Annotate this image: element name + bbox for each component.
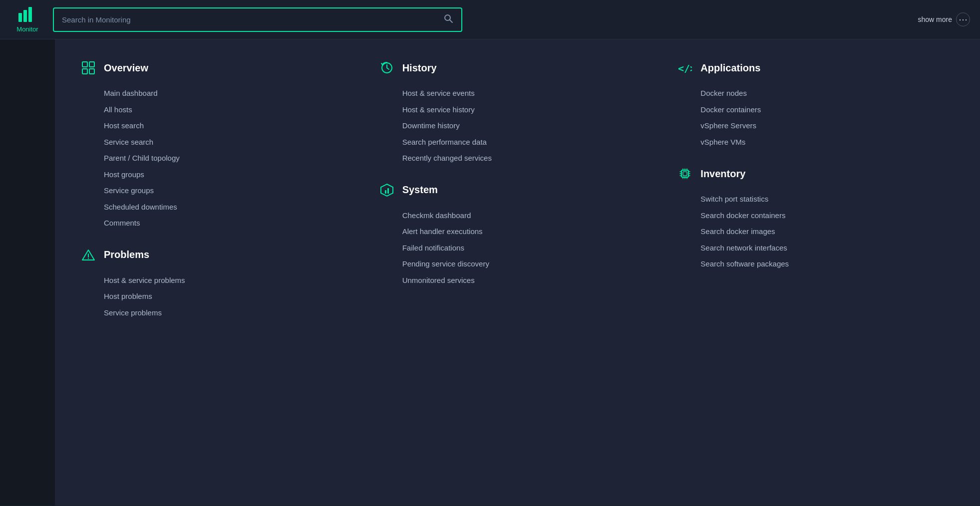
list-item[interactable]: Unmonitored services <box>378 272 657 289</box>
list-item[interactable]: Host & service problems <box>80 272 358 289</box>
list-item[interactable]: Host problems <box>80 288 358 305</box>
list-item[interactable]: Recently changed services <box>378 150 657 167</box>
inventory-links: Switch port statistics Search docker con… <box>676 191 955 272</box>
overview-icon <box>80 59 97 76</box>
svg-rect-16 <box>681 170 688 177</box>
list-item[interactable]: Search performance data <box>378 134 657 151</box>
history-header: History <box>378 59 657 76</box>
show-more-label: show more <box>918 15 952 23</box>
list-item[interactable]: Search network interfaces <box>676 240 955 256</box>
list-item[interactable]: Host groups <box>80 167 358 183</box>
problems-title: Problems <box>104 249 149 260</box>
search-icon-button[interactable] <box>443 13 453 26</box>
list-item[interactable]: Search docker images <box>676 224 955 240</box>
svg-rect-5 <box>82 62 87 67</box>
list-item[interactable]: Service problems <box>80 305 358 321</box>
column-1: Overview Main dashboard All hosts Host s… <box>80 59 358 336</box>
sidebar-strip <box>0 39 55 506</box>
history-links: Host & service events Host & service his… <box>378 85 657 167</box>
list-item[interactable]: Main dashboard <box>80 85 358 102</box>
system-header: System <box>378 182 657 199</box>
list-item[interactable]: Comments <box>80 215 358 232</box>
more-options-icon: ⋯ <box>956 12 970 26</box>
list-item[interactable]: Switch port statistics <box>676 191 955 208</box>
problems-header: Problems <box>80 247 358 263</box>
svg-point-10 <box>88 258 89 259</box>
overview-title: Overview <box>104 62 148 74</box>
topbar: Monitor show more ⋯ <box>0 0 980 39</box>
section-overview: Overview Main dashboard All hosts Host s… <box>80 59 358 232</box>
svg-rect-2 <box>28 7 32 22</box>
column-3: </> Applications Docker nodes Docker con… <box>676 59 955 336</box>
list-item[interactable]: Checkmk dashboard <box>378 208 657 224</box>
applications-links: Docker nodes Docker containers vSphere S… <box>676 85 955 150</box>
search-bar-wrapper <box>53 7 462 32</box>
list-item[interactable]: Docker nodes <box>676 85 955 102</box>
list-item[interactable]: vSphere VMs <box>676 134 955 151</box>
list-item[interactable]: Host & service events <box>378 85 657 102</box>
svg-rect-8 <box>89 69 94 74</box>
list-item[interactable]: Host & service history <box>378 102 657 118</box>
problems-links: Host & service problems Host problems Se… <box>80 272 358 321</box>
logo-area: Monitor <box>10 6 45 33</box>
section-problems: Problems Host & service problems Host pr… <box>80 247 358 321</box>
list-item[interactable]: Host search <box>80 118 358 134</box>
svg-rect-17 <box>683 172 687 176</box>
section-applications: </> Applications Docker nodes Docker con… <box>676 59 955 150</box>
list-item[interactable]: Service groups <box>80 183 358 199</box>
main-content: Overview Main dashboard All hosts Host s… <box>55 39 980 506</box>
column-2: History Host & service events Host & ser… <box>378 59 657 336</box>
show-more-area[interactable]: show more ⋯ <box>918 12 970 26</box>
overview-links: Main dashboard All hosts Host search Ser… <box>80 85 358 232</box>
layout: Overview Main dashboard All hosts Host s… <box>0 39 980 506</box>
system-icon <box>378 182 395 199</box>
svg-rect-13 <box>385 190 386 194</box>
history-title: History <box>402 62 437 74</box>
search-input[interactable] <box>62 15 438 24</box>
section-inventory: Inventory Switch port statistics Search … <box>676 165 955 272</box>
svg-rect-7 <box>82 69 87 74</box>
inventory-header: Inventory <box>676 165 955 182</box>
section-system: System Checkmk dashboard Alert handler e… <box>378 182 657 289</box>
list-item[interactable]: Search software packages <box>676 256 955 272</box>
list-item[interactable]: Downtime history <box>378 118 657 134</box>
search-bar <box>53 7 462 32</box>
monitor-logo-icon <box>18 6 36 24</box>
applications-header: </> Applications <box>676 59 955 76</box>
list-item[interactable]: Scheduled downtimes <box>80 199 358 216</box>
system-title: System <box>402 184 438 196</box>
svg-rect-14 <box>387 188 389 194</box>
applications-icon: </> <box>676 59 693 76</box>
problems-icon <box>80 247 97 263</box>
list-item[interactable]: All hosts <box>80 102 358 118</box>
system-links: Checkmk dashboard Alert handler executio… <box>378 208 657 289</box>
svg-rect-0 <box>18 13 22 22</box>
history-icon <box>378 59 395 76</box>
overview-header: Overview <box>80 59 358 76</box>
svg-rect-6 <box>89 62 94 67</box>
list-item[interactable]: Alert handler executions <box>378 224 657 240</box>
section-history: History Host & service events Host & ser… <box>378 59 657 167</box>
list-item[interactable]: Service search <box>80 134 358 151</box>
list-item[interactable]: Parent / Child topology <box>80 150 358 167</box>
inventory-title: Inventory <box>700 168 745 180</box>
list-item[interactable]: Docker containers <box>676 102 955 118</box>
logo-label: Monitor <box>16 25 38 33</box>
list-item[interactable]: Search docker containers <box>676 208 955 224</box>
svg-text:</>: </> <box>678 62 692 74</box>
list-item[interactable]: Failed notifications <box>378 240 657 256</box>
svg-line-4 <box>450 20 452 22</box>
list-item[interactable]: vSphere Servers <box>676 118 955 134</box>
list-item[interactable]: Pending service discovery <box>378 256 657 272</box>
inventory-icon <box>676 165 693 182</box>
svg-marker-12 <box>381 184 393 196</box>
svg-rect-1 <box>23 10 27 22</box>
applications-title: Applications <box>700 62 760 74</box>
